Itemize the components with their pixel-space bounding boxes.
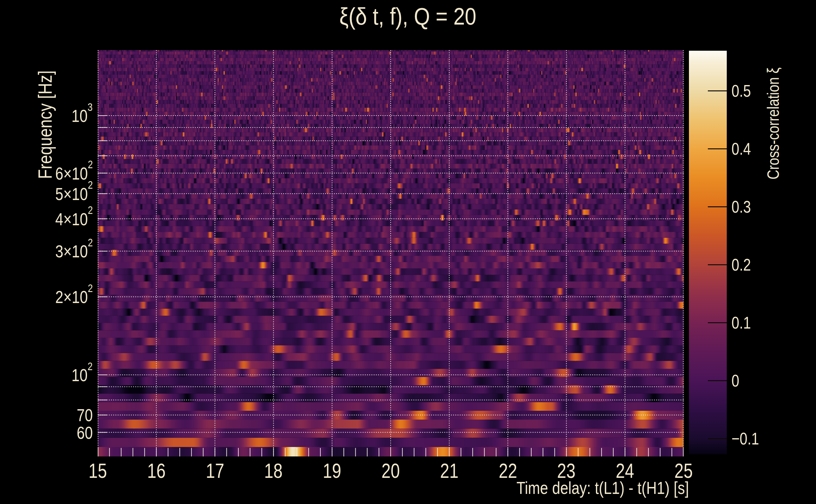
colorbar-tickmark-0.2 [708,264,727,265]
colorbar-title: Cross-correlation ξ [764,55,783,192]
colorbar-tick-label-0.3: 0.3 [732,197,755,216]
chart-title-text: ξ(δ t, f), Q = 20 [340,3,476,30]
y-tick-label-1000: 103 [0,106,93,126]
colorbar-tick-label-0.4: 0.4 [732,139,755,158]
x-tick-label-22: 22 [497,459,519,483]
colorbar-tick-label-0: 0 [732,371,741,390]
x-axis-title-text: Time delay: t(L1) - t(H1) [s] [516,478,689,498]
figure-root: ξ(δ t, f), Q = 20 Frequency [Hz] Time de… [0,0,816,504]
x-tick-label-21: 21 [438,459,460,483]
x-tick-label-17: 17 [204,459,226,483]
colorbar-tickmark-0 [708,380,727,381]
colorbar-tick-label-0.2: 0.2 [732,255,755,274]
colorbar-tickmark-0.4 [708,148,727,149]
colorbar-tickmark-−0.1 [708,438,727,439]
x-tick-label-19: 19 [321,459,343,483]
colorbar-title-text: Cross-correlation ξ [764,67,783,180]
y-tick-label-200: 2×102 [0,287,93,307]
chart-title: ξ(δ t, f), Q = 20 [0,3,816,30]
y-tick-label-300: 3×102 [0,241,93,261]
y-tick-label-600: 6×102 [0,163,93,183]
colorbar-tick-label-0.5: 0.5 [732,81,755,100]
x-tick-label-20: 20 [379,459,402,483]
x-tick-label-25: 25 [672,459,695,483]
x-tick-label-18: 18 [262,459,285,483]
colorbar-tick-label-−0.1: −0.1 [732,429,765,448]
colorbar-tickmark-0.5 [708,90,727,91]
y-tick-label-500: 5×102 [0,183,93,204]
x-tick-label-15: 15 [86,459,109,483]
y-tick-label-400: 4×102 [0,209,93,229]
colorbar-gradient [689,51,727,454]
colorbar-tickmark-0.3 [708,206,727,207]
x-tick-label-23: 23 [555,459,577,483]
colorbar-tickmark-0.1 [708,322,727,323]
x-tick-label-24: 24 [614,459,636,483]
heatmap-canvas [98,50,684,456]
y-tick-label-100: 102 [0,365,93,385]
x-tick-label-16: 16 [145,459,167,483]
colorbar-tick-label-0.1: 0.1 [732,313,755,332]
y-tick-label-60: 60 [0,422,93,443]
